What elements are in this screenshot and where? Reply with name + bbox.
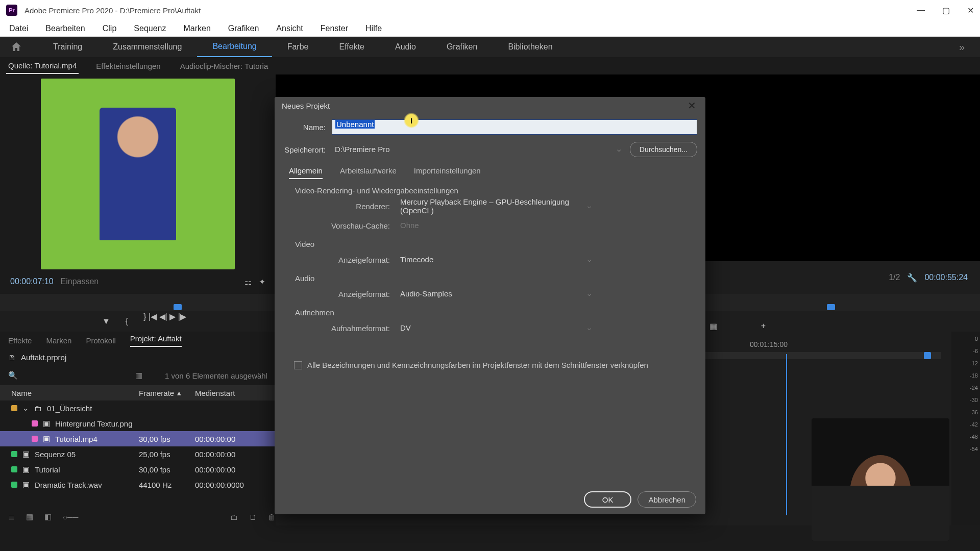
window-titlebar: Pr Adobe Premiere Pro 2020 - D:\Premiere… (0, 0, 980, 20)
section-rendering: Video-Rendering- und Wiedergabeeinstellu… (295, 186, 692, 195)
menu-sequenz[interactable]: Sequenz (129, 22, 171, 35)
ws-farbe[interactable]: Farbe (272, 37, 324, 57)
close-window-icon[interactable]: ✕ (967, 6, 974, 15)
menu-datei[interactable]: Datei (4, 22, 33, 35)
new-project-dialog: Neues Projekt ✕ Name: Unbenannt I Speich… (275, 97, 705, 514)
modal-tab-allgemein[interactable]: Allgemein (289, 166, 323, 179)
freeform-view-icon[interactable]: ◧ (44, 512, 52, 521)
ws-overflow-icon[interactable]: » (959, 41, 965, 53)
timeline-playhead[interactable] (924, 352, 931, 359)
menu-marken[interactable]: Marken (178, 22, 215, 35)
mark-in-icon[interactable]: { (126, 317, 128, 326)
comparison-icon[interactable]: ▦ (709, 321, 717, 331)
project-row[interactable]: ▣Tutorial.mp430,00 fps00:00:00:00 (0, 431, 276, 446)
ptab-effekte[interactable]: Effekte (8, 336, 32, 345)
ptab-projekt[interactable]: Projekt: Auftakt (130, 334, 182, 347)
ok-button[interactable]: OK (584, 491, 632, 508)
item-fps: 44100 Hz (139, 481, 195, 489)
ws-grafiken[interactable]: Grafiken (431, 37, 493, 57)
playhead-line[interactable] (786, 354, 787, 515)
cancel-button[interactable]: Abbrechen (638, 491, 696, 508)
video-format-dropdown[interactable]: Timecode ⌵ (396, 253, 595, 267)
menu-ansicht[interactable]: Ansicht (271, 22, 308, 35)
window-title: Adobe Premiere Pro 2020 - D:\Premiere Pr… (24, 6, 201, 15)
ptab-protokoll[interactable]: Protokoll (86, 336, 115, 345)
add-marker-icon[interactable]: ▼ (102, 317, 110, 326)
ws-zusammenstellung[interactable]: Zusammenstellung (97, 37, 197, 57)
project-row[interactable]: ⌄🗀01_Übersicht (0, 400, 276, 416)
location-label: Speicherort: (283, 145, 326, 154)
ws-effekte[interactable]: Effekte (324, 37, 380, 57)
source-fit-dropdown[interactable]: Einpassen (61, 277, 99, 286)
vu-tick: -36 (970, 409, 978, 416)
th-medienstart[interactable]: Medienstart (195, 389, 235, 397)
tab-effect-controls[interactable]: Effekteinstellungen (94, 59, 162, 73)
item-name: Tutorial.mp4 (55, 435, 97, 443)
capture-format-dropdown[interactable]: DV ⌵ (396, 321, 595, 335)
source-timecode[interactable]: 00:00:07:10 (10, 277, 54, 286)
maximize-icon[interactable]: ▢ (942, 6, 950, 15)
ptab-marken[interactable]: Marken (46, 336, 71, 345)
project-row[interactable]: ▣Sequenz 0525,00 fps00:00:00:00 (0, 446, 276, 462)
goto-in-icon[interactable]: |◀ (149, 312, 157, 321)
source-settings-icon[interactable]: ⚏ (244, 277, 252, 287)
menu-hilfe[interactable]: Hilfe (360, 22, 387, 35)
checkbox-icon[interactable] (294, 361, 302, 369)
audio-format-dropdown[interactable]: Audio-Samples ⌵ (396, 287, 595, 301)
tab-audio-mixer[interactable]: Audioclip-Mischer: Tutoria (178, 59, 271, 73)
th-name[interactable]: Name (11, 389, 139, 397)
modal-tab-arbeitslaufwerke[interactable]: Arbeitslaufwerke (340, 166, 397, 179)
source-video[interactable] (41, 79, 235, 269)
source-overlay-icon[interactable]: ✦ (259, 277, 265, 287)
browse-button[interactable]: Durchsuchen... (630, 142, 697, 157)
item-start: 00:00:00:0000 (195, 481, 244, 489)
home-icon[interactable] (10, 41, 22, 53)
sort-asc-icon[interactable]: ▴ (177, 388, 181, 397)
program-timecode[interactable]: 00:00:55:24 (924, 273, 968, 282)
wrench-icon[interactable]: 🔧 (907, 273, 917, 283)
program-zoom[interactable]: 1/2 (889, 273, 900, 282)
step-back-icon[interactable]: ◀| (159, 312, 167, 321)
icon-view-icon[interactable]: ▦ (26, 512, 33, 521)
minimize-icon[interactable]: — (917, 6, 925, 15)
audio-format-label: Anzeigeformat: (313, 290, 390, 298)
menu-fenster[interactable]: Fenster (315, 22, 353, 35)
link-labels-checkbox[interactable]: Alle Bezeichnungen und Kennzeichnungsfar… (294, 361, 692, 369)
menu-clip[interactable]: Clip (97, 22, 122, 35)
play-icon[interactable]: ▶ (169, 312, 176, 321)
add-button-icon[interactable]: + (761, 321, 766, 331)
media-icon: ▣ (43, 419, 50, 428)
ws-bearbeitung[interactable]: Bearbeitung (197, 37, 272, 57)
new-item-icon[interactable]: 🗋 (249, 513, 257, 521)
menu-bearbeiten[interactable]: Bearbeiten (40, 22, 90, 35)
project-name-input[interactable]: Unbenannt I (332, 119, 697, 135)
menu-grafiken[interactable]: Grafiken (223, 22, 264, 35)
item-name: Hintergrund Textur.png (55, 419, 133, 428)
project-row[interactable]: ▣Hintergrund Textur.png (0, 416, 276, 431)
renderer-dropdown[interactable]: Mercury Playback Engine – GPU-Beschleuni… (396, 199, 595, 213)
collapse-icon[interactable]: ⌄ (22, 404, 29, 413)
tab-source[interactable]: Quelle: Tutorial.mp4 (6, 58, 79, 74)
list-view-icon[interactable]: ≣ (8, 512, 15, 521)
label-color-swatch (32, 436, 38, 442)
project-row[interactable]: ▣Tutorial30,00 fps00:00:00:00 (0, 462, 276, 477)
ws-audio[interactable]: Audio (380, 37, 431, 57)
search-icon[interactable]: 🔍 (8, 371, 18, 380)
th-framerate[interactable]: Framerate ▴ (139, 388, 195, 397)
section-capture: Aufnehmen (295, 308, 692, 317)
new-bin-icon[interactable]: 🗀 (230, 513, 238, 521)
folder-icon: 🗀 (34, 404, 42, 413)
label-color-swatch (11, 451, 17, 457)
project-row[interactable]: ▣Dramatic Track.wav44100 Hz00:00:00:0000 (0, 477, 276, 492)
project-table-header[interactable]: Name Framerate ▴ Medienstart (0, 385, 276, 400)
modal-tab-importeinstellungen[interactable]: Importeinstellungen (414, 166, 481, 179)
source-playhead[interactable] (174, 304, 182, 310)
bin-icon[interactable]: ▥ (135, 371, 142, 380)
ws-bibliotheken[interactable]: Bibliotheken (493, 37, 568, 57)
location-dropdown[interactable]: D:\Premiere Pro ⌵ (332, 142, 624, 157)
zoom-slider[interactable]: ○── (63, 513, 78, 521)
program-playhead[interactable] (827, 304, 835, 310)
close-icon[interactable]: ✕ (685, 99, 698, 112)
ws-training[interactable]: Training (38, 37, 97, 57)
step-fwd-icon[interactable]: |▶ (178, 312, 186, 321)
